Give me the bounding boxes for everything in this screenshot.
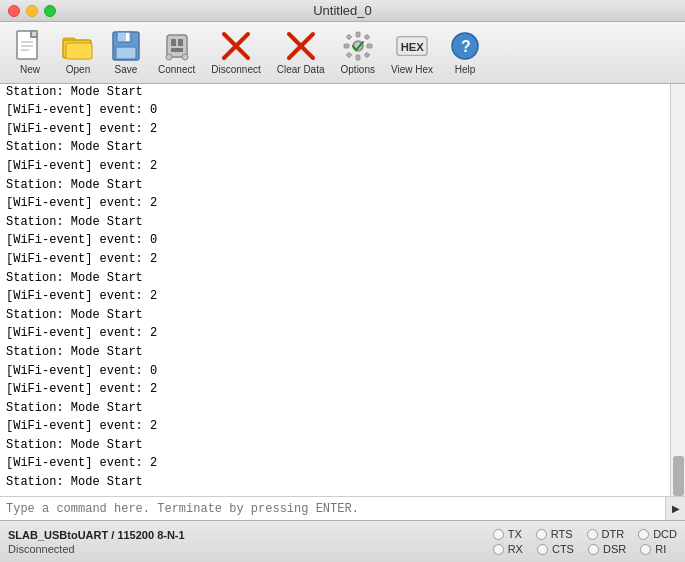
cts-indicator: CTS	[537, 543, 574, 555]
terminal-line: Station: Mode Start	[6, 306, 664, 325]
svg-point-19	[182, 54, 188, 60]
command-input[interactable]	[0, 497, 665, 520]
help-question-icon: ?	[450, 31, 480, 61]
terminal-line: [WiFi-event] event: 2	[6, 380, 664, 399]
save-button[interactable]: Save	[104, 26, 148, 80]
clear-data-icon	[285, 30, 317, 62]
open-icon	[62, 30, 94, 62]
save-floppy-icon	[112, 31, 140, 61]
ri-indicator: RI	[640, 543, 666, 555]
command-submit-arrow[interactable]: ▶	[665, 497, 685, 520]
title-bar: Untitled_0	[0, 0, 685, 22]
options-label: Options	[341, 64, 375, 75]
terminal-line: [WiFi-event] event: 2	[6, 287, 664, 306]
svg-rect-29	[367, 44, 372, 48]
minimize-button[interactable]	[26, 5, 38, 17]
rx-label: RX	[508, 543, 523, 555]
terminal-line: Station: Mode Start	[6, 436, 664, 455]
terminal-line: [WiFi-event] event: 2	[6, 417, 664, 436]
close-button[interactable]	[8, 5, 20, 17]
svg-rect-30	[346, 34, 352, 40]
svg-rect-15	[171, 39, 176, 46]
terminal-line: [WiFi-event] event: 2	[6, 120, 664, 139]
rx-indicator: RX	[493, 543, 523, 555]
svg-rect-33	[364, 52, 370, 58]
scrollbar-thumb[interactable]	[673, 456, 684, 496]
terminal-line: Station: Mode Start	[6, 176, 664, 195]
new-icon	[14, 30, 46, 62]
command-bar: ▶	[0, 496, 685, 520]
rts-label: RTS	[551, 528, 573, 540]
dcd-indicator: DCD	[638, 528, 677, 540]
dtr-light	[587, 529, 598, 540]
ri-label: RI	[655, 543, 666, 555]
clear-data-label: Clear Data	[277, 64, 325, 75]
terminal-line: Station: Mode Start	[6, 473, 664, 492]
svg-rect-9	[66, 43, 92, 59]
svg-text:HEX: HEX	[401, 41, 425, 53]
options-icon	[342, 30, 374, 62]
tx-indicator: TX	[493, 528, 522, 540]
help-label: Help	[455, 64, 476, 75]
disconnect-icon	[220, 30, 252, 62]
terminal-line: [WiFi-event] event: 2	[6, 194, 664, 213]
new-doc-icon	[16, 30, 44, 62]
cts-light	[537, 544, 548, 555]
ri-light	[640, 544, 651, 555]
hex-badge-icon: HEX	[396, 35, 428, 57]
view-hex-button[interactable]: HEX View Hex	[385, 26, 439, 80]
svg-rect-32	[346, 52, 352, 58]
terminal-line: Station: Mode Start	[6, 269, 664, 288]
rts-indicator: RTS	[536, 528, 573, 540]
help-icon: ?	[449, 30, 481, 62]
dtr-label: DTR	[602, 528, 625, 540]
terminal-area: [WiFi-event] event: 2Station: Mode Start…	[0, 84, 685, 496]
tx-label: TX	[508, 528, 522, 540]
maximize-button[interactable]	[44, 5, 56, 17]
traffic-lights	[8, 5, 56, 17]
options-gear-icon	[343, 31, 373, 61]
terminal-line: [WiFi-event] event: 2	[6, 454, 664, 473]
dsr-indicator: DSR	[588, 543, 626, 555]
options-button[interactable]: Options	[335, 26, 381, 80]
dsr-label: DSR	[603, 543, 626, 555]
open-label: Open	[66, 64, 90, 75]
indicator-row-1: TX RTS DTR DCD	[493, 528, 677, 540]
terminal-line: [WiFi-event] event: 2	[6, 324, 664, 343]
new-label: New	[20, 64, 40, 75]
svg-rect-26	[356, 32, 360, 37]
svg-rect-13	[116, 47, 136, 59]
dcd-light	[638, 529, 649, 540]
disconnect-button[interactable]: Disconnect	[205, 26, 266, 80]
terminal-line: [WiFi-event] event: 2	[6, 250, 664, 269]
rx-light	[493, 544, 504, 555]
dsr-light	[588, 544, 599, 555]
svg-rect-17	[171, 48, 183, 52]
connect-label: Connect	[158, 64, 195, 75]
clear-data-button[interactable]: Clear Data	[271, 26, 331, 80]
open-button[interactable]: Open	[56, 26, 100, 80]
connect-button[interactable]: Connect	[152, 26, 201, 80]
terminal-line: [WiFi-event] event: 0	[6, 362, 664, 381]
indicator-panel: TX RTS DTR DCD RX CTS	[493, 528, 677, 555]
dtr-indicator: DTR	[587, 528, 625, 540]
save-icon	[110, 30, 142, 62]
save-label: Save	[115, 64, 138, 75]
tx-light	[493, 529, 504, 540]
terminal-line: [WiFi-event] event: 0	[6, 231, 664, 250]
status-info: SLAB_USBtoUART / 115200 8-N-1 Disconnect…	[8, 529, 493, 555]
svg-rect-12	[126, 33, 129, 41]
dcd-label: DCD	[653, 528, 677, 540]
terminal-line: [WiFi-event] event: 0	[6, 101, 664, 120]
toolbar: New Open Save	[0, 22, 685, 84]
new-button[interactable]: New	[8, 26, 52, 80]
terminal-line: [WiFi-event] event: 2	[6, 157, 664, 176]
indicator-row-2: RX CTS DSR RI	[493, 543, 677, 555]
help-button[interactable]: ? Help	[443, 26, 487, 80]
svg-rect-27	[356, 55, 360, 60]
clear-x-icon	[285, 30, 317, 62]
svg-marker-1	[31, 31, 37, 37]
scrollbar-track[interactable]	[670, 84, 685, 496]
connect-usb-icon	[161, 31, 193, 61]
view-hex-label: View Hex	[391, 64, 433, 75]
